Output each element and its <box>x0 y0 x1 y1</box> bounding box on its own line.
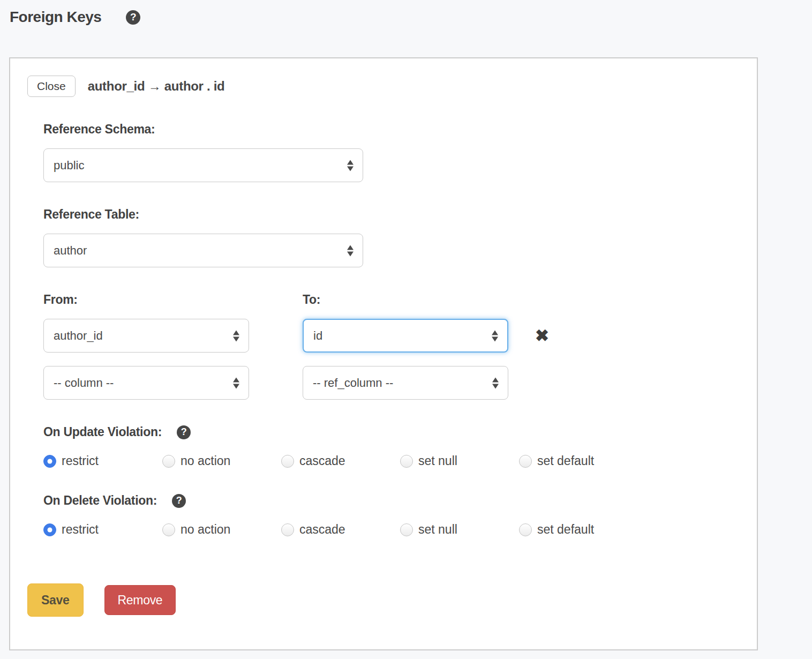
help-icon[interactable]: ? <box>172 494 186 508</box>
radio-label: set null <box>418 454 457 468</box>
radio-icon <box>281 455 294 468</box>
select-arrows-icon <box>347 245 354 256</box>
radio-delete-restrict[interactable]: restrict <box>43 522 162 537</box>
on-update-violation-label-row: On Update Violation: ? <box>43 425 740 439</box>
on-delete-violation-label: On Delete Violation: <box>43 493 157 508</box>
reference-schema-value: public <box>54 159 84 173</box>
radio-label: set default <box>537 454 594 468</box>
radio-update-set-default[interactable]: set default <box>519 454 638 468</box>
radio-label: restrict <box>62 522 99 537</box>
reference-table-select[interactable]: author <box>43 234 363 267</box>
from-column-value: author_id <box>54 329 103 343</box>
on-delete-violation-label-row: On Delete Violation: ? <box>43 493 740 508</box>
page-header: Foreign Keys ? <box>0 0 812 26</box>
radio-icon <box>519 523 532 536</box>
radio-icon <box>43 523 56 536</box>
radio-update-cascade[interactable]: cascade <box>281 454 400 468</box>
add-column-placeholder: -- column -- <box>54 376 114 390</box>
radio-label: set default <box>537 522 594 537</box>
add-ref-column-select[interactable]: -- ref_column -- <box>303 366 508 400</box>
radio-icon <box>400 455 413 468</box>
remove-mapping-icon[interactable]: ✖ <box>535 327 549 344</box>
select-arrows-icon <box>492 330 498 341</box>
help-icon[interactable]: ? <box>177 425 191 439</box>
reference-schema-select[interactable]: public <box>43 148 363 182</box>
add-column-select[interactable]: -- column -- <box>43 366 249 400</box>
foreign-key-heading: author_id → author . id <box>88 79 225 94</box>
help-icon[interactable]: ? <box>126 10 140 25</box>
from-column-select[interactable]: author_id <box>43 319 249 353</box>
mapping-row-placeholders: -- column -- -- ref_column -- <box>43 366 740 400</box>
on-update-violation-label: On Update Violation: <box>43 425 162 439</box>
radio-update-no-action[interactable]: no action <box>162 454 281 468</box>
radio-label: set null <box>418 522 457 537</box>
radio-icon <box>281 523 294 536</box>
close-button[interactable]: Close <box>27 76 76 97</box>
radio-delete-set-default[interactable]: set default <box>519 522 638 537</box>
save-button[interactable]: Save <box>27 583 84 617</box>
radio-icon <box>400 523 413 536</box>
to-label: To: <box>303 293 562 307</box>
select-arrows-icon <box>233 377 239 388</box>
select-arrows-icon <box>347 160 354 171</box>
foreign-key-form: Reference Schema: public Reference Table… <box>43 122 740 537</box>
panel-header-row: Close author_id → author . id <box>27 76 740 97</box>
reference-schema-label: Reference Schema: <box>43 122 740 137</box>
radio-delete-cascade[interactable]: cascade <box>281 522 400 537</box>
radio-icon <box>43 455 56 468</box>
select-arrows-icon <box>492 377 499 388</box>
foreign-key-editor-panel: Close author_id → author . id Reference … <box>9 57 758 650</box>
radio-icon <box>162 523 175 536</box>
to-column-select[interactable]: id <box>303 319 508 353</box>
to-column-value: id <box>313 329 322 343</box>
add-ref-column-placeholder: -- ref_column -- <box>313 376 393 390</box>
radio-label: no action <box>181 454 230 468</box>
radio-delete-no-action[interactable]: no action <box>162 522 281 537</box>
radio-label: cascade <box>299 454 345 468</box>
radio-delete-set-null[interactable]: set null <box>400 522 519 537</box>
reference-table-label: Reference Table: <box>43 207 740 222</box>
radio-icon <box>519 455 532 468</box>
page-title: Foreign Keys <box>10 9 101 26</box>
foreign-keys-page: Foreign Keys ? Close author_id → author … <box>0 0 812 659</box>
radio-label: restrict <box>62 454 99 468</box>
reference-table-value: author <box>54 244 87 258</box>
radio-icon <box>162 455 175 468</box>
action-buttons-row: Save Remove <box>27 583 740 617</box>
radio-label: no action <box>181 522 230 537</box>
radio-label: cascade <box>299 522 345 537</box>
remove-button[interactable]: Remove <box>104 585 176 615</box>
fromto-label-row: From: To: <box>43 293 740 307</box>
on-delete-radio-group: restrict no action cascade set null set … <box>43 522 740 537</box>
radio-update-restrict[interactable]: restrict <box>43 454 162 468</box>
select-arrows-icon <box>233 330 239 341</box>
from-label: From: <box>43 293 303 307</box>
mapping-row-values: author_id id ✖ <box>43 319 740 353</box>
radio-update-set-null[interactable]: set null <box>400 454 519 468</box>
on-update-radio-group: restrict no action cascade set null set … <box>43 454 740 468</box>
